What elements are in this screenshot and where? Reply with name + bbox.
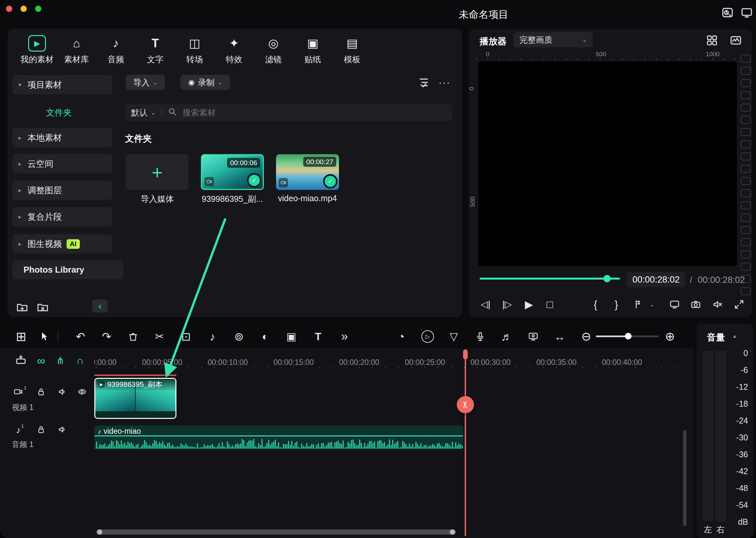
preview-clip-button[interactable]: ▷ (418, 327, 437, 346)
playhead-handle[interactable] (463, 350, 468, 359)
tab-effects[interactable]: ✦ 特效 (216, 35, 252, 65)
sidebar-item-cloud-space[interactable]: ▸ 云空间 (12, 154, 112, 173)
scrollbar-knob-right[interactable] (450, 529, 455, 535)
timeline-zoom-slider[interactable] (596, 336, 659, 337)
delete-folder-icon[interactable] (36, 301, 49, 315)
zoom-slider-handle[interactable] (625, 333, 631, 340)
snap-icon[interactable]: ∩ (76, 355, 84, 366)
layouts-icon[interactable]: ⊞ (12, 327, 31, 346)
tab-filters[interactable]: ◎ 滤镜 (256, 35, 291, 65)
tab-stickers[interactable]: ▣ 贴纸 (295, 35, 330, 65)
crop-button[interactable]: ⊡ (176, 327, 196, 346)
import-media-tile[interactable]: + (126, 154, 189, 190)
filter-icon[interactable] (418, 76, 431, 90)
tab-library[interactable]: ⌂ 素材库 (59, 35, 94, 65)
audio-stretch-button[interactable]: ♬ (497, 327, 516, 346)
collapse-meter-icon[interactable]: ▲ (732, 334, 737, 339)
sidebar-item-folder[interactable]: 文件夹 (46, 107, 72, 119)
scopes-icon[interactable] (729, 34, 742, 48)
search-input[interactable] (182, 108, 446, 118)
mark-out-button[interactable]: } (615, 296, 618, 313)
add-to-track-icon[interactable] (15, 354, 27, 367)
voiceover-button[interactable] (471, 327, 490, 346)
timeline-v-scrollbar[interactable] (683, 430, 686, 526)
fullscreen-icon[interactable] (733, 296, 745, 313)
auto-ripple-icon[interactable]: ⋔ (56, 356, 64, 366)
sidebar-item-local-media[interactable]: ▸ 本地素材 (12, 128, 112, 147)
delete-button[interactable] (124, 327, 143, 346)
hide-track-icon[interactable] (77, 387, 87, 398)
sidebar-item-compound-clip[interactable]: ▸ 复合片段 (12, 207, 112, 226)
zoom-window-button[interactable] (35, 6, 41, 12)
redo-button[interactable]: ↷ (97, 327, 116, 346)
marker-flag-icon[interactable] (632, 296, 643, 313)
video-clip-name: 939986395_副本 (107, 380, 162, 390)
filters-icon: ◎ (268, 35, 278, 51)
text-tool-button[interactable]: T (309, 327, 328, 346)
scrollbar-knob-left[interactable] (97, 529, 102, 535)
timeline-h-scrollbar[interactable] (96, 529, 456, 535)
audio-clip[interactable]: ♪ video-miao (94, 425, 463, 449)
undo-button[interactable]: ↶ (71, 327, 90, 346)
tab-my-media[interactable]: ▶ 我的素材 (20, 35, 55, 65)
tab-text[interactable]: T 文字 (138, 35, 173, 65)
chevron-down-icon[interactable]: ⌄ (650, 296, 654, 313)
tab-templates[interactable]: ▤ 模板 (335, 35, 370, 65)
mute-track-icon[interactable] (57, 424, 67, 436)
snapshot-icon[interactable] (690, 296, 701, 313)
tab-audio[interactable]: ♪ 音频 (98, 35, 133, 65)
play-button[interactable]: ▶ (525, 296, 533, 313)
caption-button[interactable]: ▣ (282, 327, 301, 346)
sidebar-item-adjustment-layer[interactable]: ▸ 调整图层 (12, 181, 112, 200)
section-title-folder: 文件夹 (125, 133, 152, 144)
display-mode-icon[interactable] (669, 296, 680, 313)
zoom-out-button[interactable]: ⊖ (577, 327, 596, 346)
monitor-icon[interactable] (740, 6, 753, 21)
screen-record-button[interactable] (524, 327, 543, 346)
link-clips-icon[interactable]: ∞ (37, 355, 45, 366)
adjust-button[interactable]: ◐ (256, 327, 275, 346)
next-frame-button[interactable]: |▷ (502, 296, 512, 313)
lock-track-icon[interactable] (36, 387, 46, 398)
seek-bar[interactable] (480, 278, 620, 280)
sidebar-item-image-to-video[interactable]: ▸ 图生视频 AI (12, 234, 112, 253)
video-clip[interactable]: ▶ 939986395_副本 (94, 378, 176, 419)
sidebar-item-project-media[interactable]: ▾ 项目素材 (12, 75, 112, 94)
zoom-in-button[interactable]: ⊕ (660, 327, 679, 346)
lock-track-icon[interactable] (36, 424, 46, 436)
audio-volume-line[interactable] (94, 435, 463, 436)
cursor-select-icon[interactable] (34, 327, 53, 346)
import-button[interactable]: 导入 ⌄ (126, 75, 165, 90)
cut-at-playhead-button[interactable]: ✂ (457, 396, 474, 413)
clock-window-icon[interactable] (721, 6, 734, 21)
speed-button[interactable]: ◔ (391, 327, 411, 346)
mixer-button[interactable]: ⊚ (229, 327, 249, 346)
more-options-icon[interactable]: ··· (438, 75, 450, 90)
mask-button[interactable]: ▽ (444, 327, 463, 346)
search-scope-dropdown[interactable]: 默认 (131, 107, 147, 118)
collapse-sidebar-button[interactable]: ‹ (92, 299, 108, 313)
tab-transitions[interactable]: ◫ 转场 (177, 35, 212, 65)
mute-icon[interactable] (712, 296, 723, 313)
sidebar-item-photos-library[interactable]: Photos Library (12, 260, 124, 279)
seek-handle[interactable] (604, 275, 611, 282)
fit-timeline-button[interactable]: ↔ (550, 327, 569, 346)
timeline-ruler[interactable]: 00:00:00:00 00:00:05:00 00:00:10:00 00:0… (94, 353, 682, 369)
mark-in-button[interactable]: { (594, 296, 598, 313)
prev-frame-button[interactable]: ◁| (481, 296, 491, 313)
asset-tile-video-1[interactable]: 00:00:06 ✓ (201, 154, 264, 190)
close-window-button[interactable] (6, 6, 12, 12)
asset-tile-video-2[interactable]: 00:00:27 ✓ (276, 154, 339, 190)
split-view-icon[interactable] (706, 34, 718, 48)
effects-icon: ✦ (229, 35, 239, 51)
more-tools-button[interactable]: » (335, 327, 354, 346)
quality-dropdown[interactable]: 完整画质 ⌄ (513, 32, 593, 47)
minimize-window-button[interactable] (21, 6, 27, 12)
stop-button[interactable]: □ (547, 296, 553, 313)
mute-track-icon[interactable] (57, 387, 67, 398)
record-button[interactable]: ◉ 录制 ⌄ (180, 75, 230, 90)
new-folder-icon[interactable] (16, 301, 29, 315)
playhead-line[interactable] (465, 350, 466, 536)
audio-tool-button[interactable]: ♪ (203, 327, 222, 346)
split-tool-button[interactable]: ✂ (150, 327, 169, 346)
